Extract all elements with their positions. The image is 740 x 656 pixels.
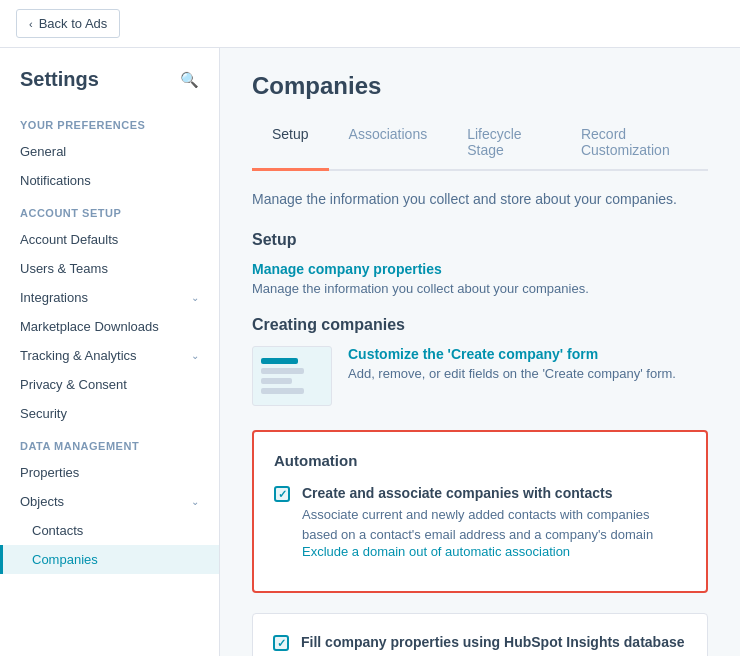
sidebar-item-tracking-analytics[interactable]: Tracking & Analytics ⌄ [0,341,219,370]
automation-checkbox-row-1: Create and associate companies with cont… [274,485,686,559]
create-form-thumbnail [252,346,332,406]
sidebar-section-your-preferences: Your Preferences [0,107,219,137]
create-associate-checkbox[interactable] [274,486,290,502]
sidebar-item-privacy-consent[interactable]: Privacy & Consent [0,370,219,399]
page-title: Companies [252,72,708,100]
sidebar-item-companies[interactable]: Companies [0,545,219,574]
hubspot-insights-checkbox[interactable] [273,635,289,651]
manage-properties-link[interactable]: Manage company properties [252,261,708,277]
creating-text: Customize the 'Create company' form Add,… [348,346,676,381]
sidebar-item-security[interactable]: Security [0,399,219,428]
sidebar-item-contacts[interactable]: Contacts [0,516,219,545]
customize-form-desc: Add, remove, or edit fields on the 'Crea… [348,366,676,381]
sidebar-item-users-teams[interactable]: Users & Teams [0,254,219,283]
search-icon[interactable]: 🔍 [180,71,199,89]
automation-checkbox-1-content: Create and associate companies with cont… [302,485,686,559]
insights-title: Fill company properties using HubSpot In… [301,634,687,650]
tab-setup[interactable]: Setup [252,116,329,171]
chevron-down-icon: ⌄ [191,350,199,361]
sidebar-title: Settings 🔍 [0,68,219,107]
insights-block: Fill company properties using HubSpot In… [252,613,708,656]
creating-companies-title: Creating companies [252,316,708,334]
automation-title: Automation [274,452,686,469]
sidebar-item-notifications[interactable]: Notifications [0,166,219,195]
description-text: Manage the information you collect and s… [252,191,708,207]
main-layout: Settings 🔍 Your Preferences General Noti… [0,48,740,656]
sidebar-item-integrations[interactable]: Integrations ⌄ [0,283,219,312]
back-to-ads-button[interactable]: ‹ Back to Ads [16,9,120,38]
sidebar-item-properties[interactable]: Properties [0,458,219,487]
tab-associations[interactable]: Associations [329,116,448,171]
automation-checkbox-1-desc: Associate current and newly added contac… [302,505,686,544]
sidebar: Settings 🔍 Your Preferences General Noti… [0,48,220,656]
back-chevron-icon: ‹ [29,18,33,30]
automation-box: Automation Create and associate companie… [252,430,708,593]
chevron-down-icon: ⌄ [191,496,199,507]
tab-lifecycle-stage[interactable]: Lifecycle Stage [447,116,561,171]
customize-form-link[interactable]: Customize the 'Create company' form [348,346,676,362]
insights-checkbox-row: Fill company properties using HubSpot In… [273,634,687,656]
manage-block: Manage company properties Manage the inf… [252,261,708,296]
sidebar-section-account-setup: Account Setup [0,195,219,225]
sidebar-section-data-management: Data Management [0,428,219,458]
insights-content: Fill company properties using HubSpot In… [301,634,687,656]
creating-companies-block: Customize the 'Create company' form Add,… [252,346,708,406]
automation-checkbox-1-label: Create and associate companies with cont… [302,485,686,501]
chevron-down-icon: ⌄ [191,292,199,303]
top-bar: ‹ Back to Ads [0,0,740,48]
sidebar-item-marketplace-downloads[interactable]: Marketplace Downloads [0,312,219,341]
manage-properties-desc: Manage the information you collect about… [252,281,708,296]
back-to-ads-label: Back to Ads [39,16,108,31]
setup-section-title: Setup [252,231,708,249]
content-area: Companies Setup Associations Lifecycle S… [220,48,740,656]
exclude-domain-link[interactable]: Exclude a domain out of automatic associ… [302,544,570,559]
tab-record-customization[interactable]: Record Customization [561,116,708,171]
tabs: Setup Associations Lifecycle Stage Recor… [252,116,708,171]
sidebar-item-account-defaults[interactable]: Account Defaults [0,225,219,254]
sidebar-item-objects[interactable]: Objects ⌄ [0,487,219,516]
sidebar-item-general[interactable]: General [0,137,219,166]
